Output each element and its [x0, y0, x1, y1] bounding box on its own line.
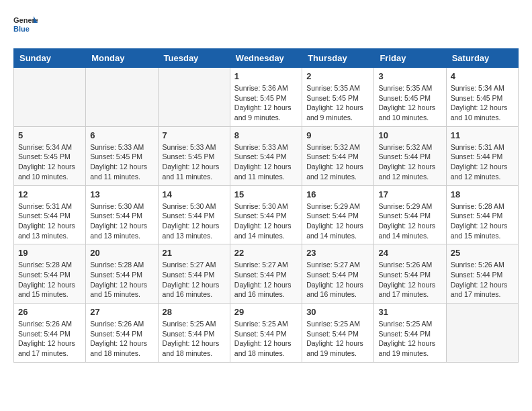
day-number: 22 [234, 248, 298, 258]
day-info: Sunrise: 5:29 AM Sunset: 5:44 PM Dayligh… [306, 201, 369, 241]
calendar-cell: 1Sunrise: 5:36 AM Sunset: 5:45 PM Daylig… [230, 68, 302, 127]
calendar-cell: 31Sunrise: 5:25 AM Sunset: 5:44 PM Dayli… [374, 304, 446, 363]
day-info: Sunrise: 5:26 AM Sunset: 5:44 PM Dayligh… [90, 319, 153, 359]
day-info: Sunrise: 5:26 AM Sunset: 5:44 PM Dayligh… [378, 260, 441, 300]
day-number: 11 [451, 130, 514, 140]
day-info: Sunrise: 5:26 AM Sunset: 5:44 PM Dayligh… [18, 319, 81, 359]
day-number: 31 [378, 307, 441, 317]
calendar-cell: 27Sunrise: 5:26 AM Sunset: 5:44 PM Dayli… [86, 304, 158, 363]
day-number: 25 [451, 248, 514, 258]
calendar-cell: 30Sunrise: 5:25 AM Sunset: 5:44 PM Dayli… [302, 304, 374, 363]
page-header: General Blue [13, 13, 519, 38]
day-number: 21 [163, 248, 226, 258]
calendar-table: SundayMondayTuesdayWednesdayThursdayFrid… [13, 48, 519, 363]
day-number: 14 [163, 189, 226, 199]
day-number: 6 [90, 130, 153, 140]
day-number: 23 [306, 248, 369, 258]
day-number: 29 [234, 307, 298, 317]
calendar-cell: 25Sunrise: 5:26 AM Sunset: 5:44 PM Dayli… [446, 244, 518, 304]
day-info: Sunrise: 5:27 AM Sunset: 5:44 PM Dayligh… [163, 260, 226, 300]
calendar-cell [86, 68, 158, 127]
calendar-cell: 9Sunrise: 5:32 AM Sunset: 5:44 PM Daylig… [302, 126, 374, 185]
day-number: 1 [234, 71, 298, 81]
day-info: Sunrise: 5:33 AM Sunset: 5:45 PM Dayligh… [163, 142, 226, 182]
calendar-cell: 12Sunrise: 5:31 AM Sunset: 5:44 PM Dayli… [14, 185, 86, 244]
day-number: 3 [378, 71, 441, 81]
calendar-cell: 23Sunrise: 5:27 AM Sunset: 5:44 PM Dayli… [302, 244, 374, 304]
day-info: Sunrise: 5:27 AM Sunset: 5:44 PM Dayligh… [234, 260, 298, 300]
day-info: Sunrise: 5:25 AM Sunset: 5:44 PM Dayligh… [306, 319, 369, 359]
day-info: Sunrise: 5:30 AM Sunset: 5:44 PM Dayligh… [234, 201, 298, 241]
calendar-week-row: 5Sunrise: 5:34 AM Sunset: 5:45 PM Daylig… [14, 126, 519, 185]
calendar-cell: 6Sunrise: 5:33 AM Sunset: 5:45 PM Daylig… [86, 126, 158, 185]
calendar-cell: 3Sunrise: 5:35 AM Sunset: 5:45 PM Daylig… [374, 68, 446, 127]
day-info: Sunrise: 5:31 AM Sunset: 5:44 PM Dayligh… [18, 201, 81, 241]
day-number: 7 [163, 130, 226, 140]
day-info: Sunrise: 5:30 AM Sunset: 5:44 PM Dayligh… [90, 201, 153, 241]
calendar-cell [14, 68, 86, 127]
calendar-cell: 11Sunrise: 5:31 AM Sunset: 5:44 PM Dayli… [446, 126, 518, 185]
day-number: 20 [90, 248, 153, 258]
day-number: 9 [306, 130, 369, 140]
day-info: Sunrise: 5:35 AM Sunset: 5:45 PM Dayligh… [306, 83, 369, 123]
day-info: Sunrise: 5:27 AM Sunset: 5:44 PM Dayligh… [306, 260, 369, 300]
calendar-cell [446, 304, 518, 363]
day-number: 26 [18, 307, 81, 317]
day-number: 2 [306, 71, 369, 81]
calendar-cell: 29Sunrise: 5:25 AM Sunset: 5:44 PM Dayli… [230, 304, 302, 363]
day-number: 12 [18, 189, 81, 199]
day-number: 27 [90, 307, 153, 317]
day-number: 16 [306, 189, 369, 199]
calendar-cell: 28Sunrise: 5:25 AM Sunset: 5:44 PM Dayli… [158, 304, 230, 363]
day-info: Sunrise: 5:36 AM Sunset: 5:45 PM Dayligh… [234, 83, 298, 123]
day-number: 19 [18, 248, 81, 258]
day-number: 17 [378, 189, 441, 199]
day-number: 10 [378, 130, 441, 140]
calendar-cell: 2Sunrise: 5:35 AM Sunset: 5:45 PM Daylig… [302, 68, 374, 127]
svg-text:Blue: Blue [13, 25, 30, 33]
day-info: Sunrise: 5:34 AM Sunset: 5:45 PM Dayligh… [451, 83, 514, 123]
calendar-week-row: 19Sunrise: 5:28 AM Sunset: 5:44 PM Dayli… [14, 244, 519, 304]
day-info: Sunrise: 5:28 AM Sunset: 5:44 PM Dayligh… [18, 260, 81, 300]
weekday-header-tuesday: Tuesday [158, 49, 230, 68]
weekday-header-monday: Monday [86, 49, 158, 68]
day-info: Sunrise: 5:25 AM Sunset: 5:44 PM Dayligh… [378, 319, 441, 359]
day-info: Sunrise: 5:25 AM Sunset: 5:44 PM Dayligh… [234, 319, 298, 359]
logo: General Blue [13, 13, 38, 38]
calendar-cell: 4Sunrise: 5:34 AM Sunset: 5:45 PM Daylig… [446, 68, 518, 127]
calendar-cell: 13Sunrise: 5:30 AM Sunset: 5:44 PM Dayli… [86, 185, 158, 244]
calendar-cell: 20Sunrise: 5:28 AM Sunset: 5:44 PM Dayli… [86, 244, 158, 304]
calendar-cell: 17Sunrise: 5:29 AM Sunset: 5:44 PM Dayli… [374, 185, 446, 244]
calendar-cell: 14Sunrise: 5:30 AM Sunset: 5:44 PM Dayli… [158, 185, 230, 244]
day-info: Sunrise: 5:31 AM Sunset: 5:44 PM Dayligh… [451, 142, 514, 182]
day-number: 18 [451, 189, 514, 199]
day-number: 30 [306, 307, 369, 317]
calendar-cell: 7Sunrise: 5:33 AM Sunset: 5:45 PM Daylig… [158, 126, 230, 185]
weekday-header-thursday: Thursday [302, 49, 374, 68]
calendar-cell [158, 68, 230, 127]
calendar-cell: 16Sunrise: 5:29 AM Sunset: 5:44 PM Dayli… [302, 185, 374, 244]
calendar-cell: 8Sunrise: 5:33 AM Sunset: 5:44 PM Daylig… [230, 126, 302, 185]
day-number: 5 [18, 130, 81, 140]
calendar-cell: 22Sunrise: 5:27 AM Sunset: 5:44 PM Dayli… [230, 244, 302, 304]
day-number: 15 [234, 189, 298, 199]
weekday-header-friday: Friday [374, 49, 446, 68]
day-info: Sunrise: 5:32 AM Sunset: 5:44 PM Dayligh… [378, 142, 441, 182]
day-info: Sunrise: 5:29 AM Sunset: 5:44 PM Dayligh… [378, 201, 441, 241]
day-info: Sunrise: 5:28 AM Sunset: 5:44 PM Dayligh… [90, 260, 153, 300]
calendar-week-row: 1Sunrise: 5:36 AM Sunset: 5:45 PM Daylig… [14, 68, 519, 127]
calendar-week-row: 12Sunrise: 5:31 AM Sunset: 5:44 PM Dayli… [14, 185, 519, 244]
calendar-cell: 26Sunrise: 5:26 AM Sunset: 5:44 PM Dayli… [14, 304, 86, 363]
calendar-cell: 15Sunrise: 5:30 AM Sunset: 5:44 PM Dayli… [230, 185, 302, 244]
weekday-header-row: SundayMondayTuesdayWednesdayThursdayFrid… [14, 49, 519, 68]
calendar-cell: 21Sunrise: 5:27 AM Sunset: 5:44 PM Dayli… [158, 244, 230, 304]
weekday-header-saturday: Saturday [446, 49, 518, 68]
day-info: Sunrise: 5:35 AM Sunset: 5:45 PM Dayligh… [378, 83, 441, 123]
day-number: 28 [163, 307, 226, 317]
logo-svg: General Blue [13, 13, 38, 38]
day-info: Sunrise: 5:32 AM Sunset: 5:44 PM Dayligh… [306, 142, 369, 182]
day-number: 4 [451, 71, 514, 81]
calendar-cell: 10Sunrise: 5:32 AM Sunset: 5:44 PM Dayli… [374, 126, 446, 185]
day-info: Sunrise: 5:25 AM Sunset: 5:44 PM Dayligh… [163, 319, 226, 359]
weekday-header-wednesday: Wednesday [230, 49, 302, 68]
